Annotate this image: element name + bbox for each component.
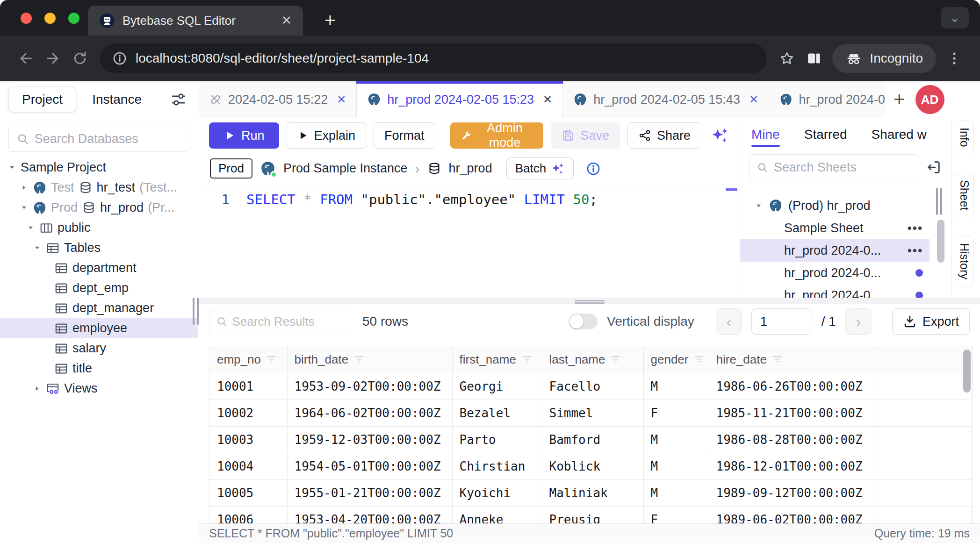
sheet-tab-4[interactable]: hr_prod 2024-0 (769, 81, 885, 118)
tree-item-employee[interactable]: employee (0, 318, 198, 338)
site-info-icon[interactable] (112, 51, 127, 66)
user-avatar[interactable]: AD (915, 85, 944, 114)
column-header-last_name[interactable]: last_name (542, 346, 643, 373)
minimize-window-button[interactable] (44, 13, 56, 24)
sql-line[interactable]: SELECT * FROM "public"."employee" LIMIT … (246, 192, 598, 207)
results-scrollbar[interactable] (963, 350, 971, 393)
tree-item-sample-project[interactable]: Sample Project (0, 157, 198, 178)
column-header-hire_date[interactable]: hire_date (709, 346, 878, 373)
format-button[interactable]: Format (374, 122, 435, 149)
results-search-input[interactable] (232, 314, 343, 329)
tab-mine[interactable]: Mine (751, 119, 780, 150)
side-tab-history[interactable]: History (955, 236, 974, 286)
sort-icon[interactable] (693, 353, 705, 365)
tree-item-tables[interactable]: Tables (0, 238, 198, 258)
results-search-box[interactable] (209, 309, 350, 334)
tab-search-chevron-icon[interactable]: ⌄ (941, 7, 969, 29)
sheet-menu-icon[interactable]: ••• (908, 221, 923, 236)
tab-shared[interactable]: Shared w (872, 119, 927, 150)
table-row[interactable]: 100031959-12-03T00:00:00ZPartoBamfordM19… (210, 426, 972, 453)
column-header-emp_no[interactable]: emp_no (210, 346, 287, 373)
tab-instance[interactable]: Instance (92, 92, 142, 107)
side-tab-sheet[interactable]: Sheet (955, 173, 974, 217)
caret-right-icon[interactable] (33, 384, 42, 393)
sidebar-resize-handle[interactable] (193, 298, 199, 325)
table-row[interactable]: 100011953-09-02T00:00:00ZGeorgiFacelloM1… (210, 373, 972, 400)
page-number-input[interactable] (751, 308, 812, 335)
sort-icon[interactable] (610, 353, 622, 365)
close-sheet-icon[interactable]: ✕ (337, 93, 346, 106)
sheet-item-unsaved-1[interactable]: hr_prod 2024-0... (740, 262, 930, 284)
save-button[interactable]: Save (551, 122, 620, 149)
table-row[interactable]: 100041954-05-01T00:00:00ZChirstianKoblic… (210, 453, 972, 479)
tree-item-title[interactable]: title (0, 358, 198, 379)
panel-resize-handle[interactable] (936, 188, 942, 215)
database-name[interactable]: hr_prod (449, 161, 492, 176)
next-page-button[interactable]: › (845, 308, 872, 335)
caret-down-icon[interactable] (754, 201, 763, 210)
admin-mode-button[interactable]: Admin mode (450, 122, 544, 149)
collapse-panel-icon[interactable] (926, 159, 942, 175)
sort-icon[interactable] (771, 353, 784, 365)
sheet-item-selected[interactable]: hr_prod 2024-0... ••• (740, 239, 930, 262)
address-bar[interactable]: localhost:8080/sql-editor/sheet/project-… (100, 43, 767, 73)
batch-button[interactable]: Batch (506, 157, 574, 179)
results-divider[interactable] (199, 298, 980, 304)
sheet-group-clipped[interactable]: (Test) hr_test (740, 188, 930, 194)
database-search-input[interactable] (35, 132, 181, 146)
caret-down-icon[interactable] (26, 223, 35, 232)
sheet-tab-1[interactable]: 2024-02-05 15:22 ✕ (199, 81, 357, 118)
explain-button[interactable]: Explain (287, 122, 367, 149)
close-tab-icon[interactable]: ✕ (281, 13, 292, 28)
browser-tab[interactable]: Bytebase SQL Editor ✕ (88, 6, 303, 36)
table-row[interactable]: 100021964-06-02T00:00:00ZBezalelSimmelF1… (210, 400, 972, 426)
sheet-menu-icon[interactable]: ••• (908, 243, 923, 258)
caret-down-icon[interactable] (20, 203, 29, 212)
tree-item-views[interactable]: Views (0, 379, 198, 399)
tree-item-hr-test[interactable]: Test hr_test (Test... (0, 178, 198, 198)
run-button[interactable]: Run (209, 122, 279, 149)
sheet-tab-2-active[interactable]: hr_prod 2024-02-05 15:23 ✕ (357, 81, 563, 118)
info-icon[interactable] (586, 161, 601, 176)
tree-item-dept-emp[interactable]: dept_emp (0, 278, 198, 298)
sort-icon[interactable] (353, 353, 365, 365)
ai-sparkles-icon[interactable] (711, 126, 729, 145)
filter-settings-icon[interactable] (171, 92, 189, 107)
sql-code-editor[interactable]: 1 SELECT * FROM "public"."employee" LIMI… (199, 185, 740, 298)
tree-item-dept-manager[interactable]: dept_manager (0, 298, 198, 318)
sort-icon[interactable] (521, 353, 533, 365)
close-sheet-icon[interactable]: ✕ (749, 93, 758, 106)
new-sheet-button[interactable]: + (885, 88, 914, 111)
sheets-search-input[interactable] (774, 160, 911, 175)
export-button[interactable]: Export (892, 308, 970, 335)
close-sheet-icon[interactable]: ✕ (543, 93, 552, 106)
table-row[interactable]: 100061953-04-20T00:00:00ZAnnekePreusigF1… (210, 506, 972, 523)
caret-right-icon[interactable] (20, 183, 29, 192)
database-search-box[interactable] (8, 126, 189, 152)
side-panel-icon[interactable] (800, 45, 828, 72)
forward-icon[interactable] (39, 45, 66, 72)
column-header-birth_date[interactable]: birth_date (287, 346, 452, 373)
back-icon[interactable] (12, 45, 39, 72)
sort-icon[interactable] (266, 353, 278, 365)
sheets-scrollbar[interactable] (937, 220, 944, 263)
tree-item-department[interactable]: department (0, 258, 198, 278)
vertical-display-toggle[interactable] (569, 314, 598, 329)
column-header-first_name[interactable]: first_name (452, 346, 542, 373)
prev-page-button[interactable]: ‹ (716, 308, 742, 335)
column-header-gender[interactable]: gender (643, 346, 709, 373)
sheets-search-box[interactable] (749, 154, 918, 180)
tree-item-hr-prod[interactable]: Prod hr_prod (Pr... (0, 198, 198, 218)
tree-item-salary[interactable]: salary (0, 338, 198, 358)
share-button[interactable]: Share (627, 122, 701, 149)
maximize-window-button[interactable] (68, 13, 79, 24)
bookmark-star-icon[interactable] (773, 45, 800, 72)
browser-menu-icon[interactable] (941, 45, 968, 72)
sheet-group-hr-prod[interactable]: (Prod) hr_prod (740, 194, 930, 217)
url-text[interactable]: localhost:8080/sql-editor/sheet/project-… (136, 51, 429, 66)
sheet-item-unsaved-2[interactable]: hr_prod 2024-0... (740, 284, 930, 298)
caret-down-icon[interactable] (7, 163, 16, 172)
tab-starred[interactable]: Starred (804, 119, 847, 150)
close-window-button[interactable] (21, 13, 32, 24)
tab-project[interactable]: Project (8, 87, 76, 112)
